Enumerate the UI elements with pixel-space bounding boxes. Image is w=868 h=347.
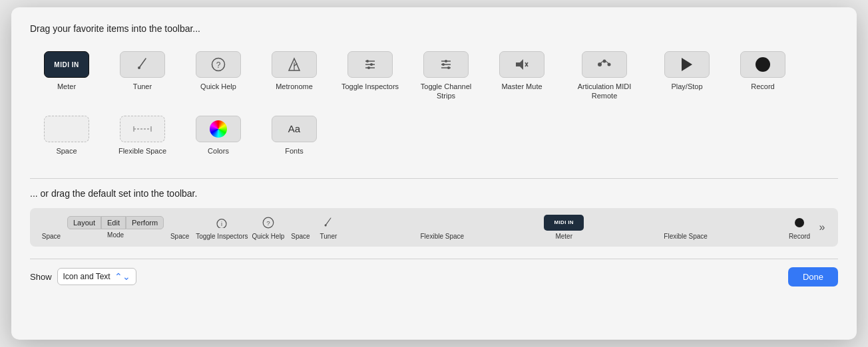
preview-toggle-inspectors-icon: i xyxy=(211,215,232,231)
metronome-label: Metronome xyxy=(276,82,313,91)
bottom-bar: Show Icon and Text ⌃⌄ Done xyxy=(30,259,838,287)
drag-hint: Drag your favorite items into the toolba… xyxy=(30,23,838,34)
show-select-dropdown[interactable]: Icon and Text ⌃⌄ xyxy=(57,268,136,285)
chevron-more-icon: » xyxy=(819,219,825,235)
svg-point-9 xyxy=(370,63,373,66)
toolbar-item-space[interactable]: Space xyxy=(30,110,103,160)
svg-marker-18 xyxy=(516,59,523,70)
svg-point-0 xyxy=(138,66,140,69)
colors-label: Colors xyxy=(208,146,229,156)
tuner-icon xyxy=(120,51,165,78)
preview-space-label-2: Space xyxy=(170,233,189,240)
done-button[interactable]: Done xyxy=(788,267,838,287)
toolbar-item-meter[interactable]: MIDI IN Meter xyxy=(30,46,103,105)
preview-space-icon-1 xyxy=(41,215,62,231)
play-stop-label: Play/Stop xyxy=(671,82,702,91)
svg-point-7 xyxy=(366,60,369,62)
preview-flex-space-label-2: Flexible Space xyxy=(664,233,708,240)
preview-tuner-icon xyxy=(318,215,339,231)
quick-help-icon: ? xyxy=(196,51,241,78)
preview-flex-space-1: Flexible Space xyxy=(344,215,540,240)
toolbar-item-articulation-midi[interactable]: Articulation MIDI Remote xyxy=(561,46,648,105)
toolbar-item-master-mute[interactable]: Master Mute xyxy=(485,46,558,105)
toolbar-item-colors[interactable]: Colors xyxy=(182,110,255,160)
preview-meter: MIDI IN Meter xyxy=(544,215,584,240)
preview-more[interactable]: » xyxy=(815,219,829,235)
toolbar-item-tuner[interactable]: Tuner xyxy=(106,46,179,105)
preview-meter-icon: MIDI IN xyxy=(544,215,584,231)
toggle-inspectors-icon xyxy=(347,51,393,78)
fonts-icon: Aa xyxy=(272,116,317,142)
preview-space-3: Space xyxy=(288,215,312,240)
preview-meter-label: Meter xyxy=(555,233,572,240)
record-icon xyxy=(740,51,785,78)
svg-point-17 xyxy=(447,66,450,69)
edit-button[interactable]: Edit xyxy=(101,216,126,229)
preview-space-1: Space xyxy=(39,215,63,240)
toolbar-item-flexible-space[interactable]: Flexible Space xyxy=(106,110,179,160)
preview-tuner: Tuner xyxy=(316,215,340,240)
toggle-channel-strips-label: Toggle Channel Strips xyxy=(413,82,479,101)
preview-flex-space-2: Flexible Space xyxy=(588,215,783,240)
perform-button[interactable]: Perform xyxy=(126,216,164,229)
preview-flex-space-label-1: Flexible Space xyxy=(421,233,465,240)
preview-tuner-label: Tuner xyxy=(320,233,337,240)
preview-record: Record xyxy=(787,215,811,240)
preview-quick-help-label: Quick Help xyxy=(252,233,285,240)
toolbar-item-play-stop[interactable]: Play/Stop xyxy=(650,46,724,105)
metronome-icon xyxy=(272,51,317,78)
toolbar-item-record[interactable]: Record xyxy=(726,46,799,105)
toolbar-item-toggle-inspectors[interactable]: Toggle Inspectors xyxy=(333,46,407,105)
preview-space-label-3: Space xyxy=(291,233,310,240)
show-group: Show Icon and Text ⌃⌄ xyxy=(30,268,136,285)
articulation-midi-icon xyxy=(582,51,627,78)
svg-point-32 xyxy=(325,224,327,226)
layout-button[interactable]: Layout xyxy=(67,216,101,229)
preview-space-icon-3 xyxy=(290,215,311,231)
toolbar-item-metronome[interactable]: Metronome xyxy=(258,46,331,105)
toggle-channel-strips-icon xyxy=(423,51,469,78)
quick-help-label: Quick Help xyxy=(200,82,236,91)
flexible-space-icon xyxy=(120,116,165,142)
preview-flex-space-icon-2 xyxy=(588,215,783,231)
preview-space-icon-2 xyxy=(169,215,190,231)
toggle-inspectors-label: Toggle Inspectors xyxy=(341,82,399,91)
svg-text:?: ? xyxy=(216,60,221,70)
master-mute-icon xyxy=(499,51,544,78)
toolbar-item-quick-help[interactable]: ? Quick Help xyxy=(182,46,255,105)
preview-mode-group: Layout Edit Perform Mode xyxy=(67,216,164,239)
colors-icon xyxy=(196,116,241,142)
space-label: Space xyxy=(56,146,77,156)
preview-toggle-inspectors: i Toggle Inspectors xyxy=(196,215,248,240)
toolbar-customize-dialog: Drag your favorite items into the toolba… xyxy=(11,7,857,340)
record-label: Record xyxy=(751,82,774,91)
svg-text:i: i xyxy=(221,221,222,227)
svg-point-13 xyxy=(445,60,447,62)
space-icon xyxy=(44,116,89,142)
toolbar-items-grid: MIDI IN Meter Tuner ? Quick Help Metrono… xyxy=(30,46,838,160)
meter-icon: MIDI IN xyxy=(44,51,89,78)
preview-mode-label: Mode xyxy=(107,231,124,239)
show-select-value: Icon and Text xyxy=(63,272,110,281)
preview-record-label: Record xyxy=(789,233,810,240)
play-stop-icon xyxy=(664,51,710,78)
preview-toolbar[interactable]: Space Layout Edit Perform Mode Space i xyxy=(30,208,838,247)
articulation-midi-label: Articulation MIDI Remote xyxy=(565,82,644,101)
preview-record-icon xyxy=(789,215,810,231)
preview-space-label-1: Space xyxy=(42,233,61,240)
svg-line-5 xyxy=(294,64,297,66)
meter-label: Meter xyxy=(57,82,76,91)
preview-quick-help-icon: ? xyxy=(258,215,279,231)
mode-buttons[interactable]: Layout Edit Perform xyxy=(67,216,164,229)
chevron-down-icon: ⌃⌄ xyxy=(114,271,130,282)
toolbar-item-toggle-channel-strips[interactable]: Toggle Channel Strips xyxy=(409,46,483,105)
master-mute-label: Master Mute xyxy=(501,82,542,91)
toolbar-item-fonts[interactable]: Aa Fonts xyxy=(258,110,331,160)
svg-text:?: ? xyxy=(266,219,270,227)
fonts-label: Fonts xyxy=(285,146,304,156)
section-divider xyxy=(30,178,838,179)
preview-toggle-inspectors-label: Toggle Inspectors xyxy=(196,233,248,240)
svg-point-11 xyxy=(367,66,370,69)
flexible-space-label: Flexible Space xyxy=(118,146,166,156)
svg-point-15 xyxy=(442,63,445,66)
